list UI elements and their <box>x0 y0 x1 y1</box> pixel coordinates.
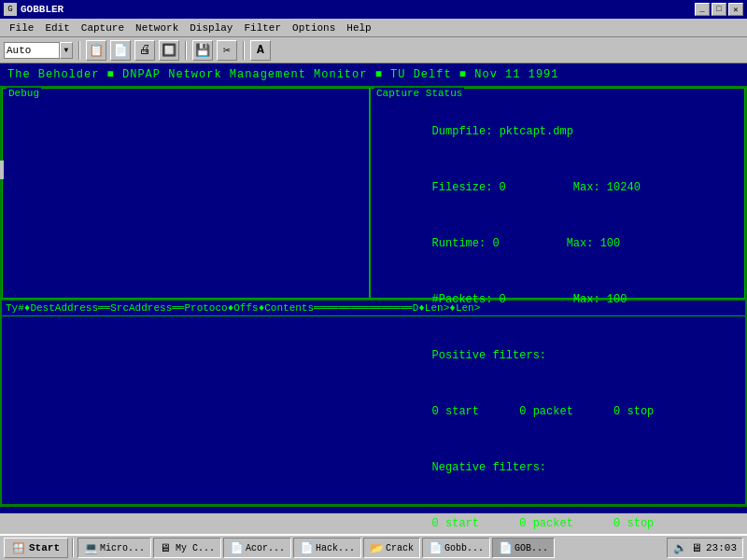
auto-dropdown[interactable]: Auto <box>4 42 60 59</box>
title-buttons: _ □ ✕ <box>695 3 743 16</box>
app-icon: G <box>4 3 17 16</box>
toolbar-separator-2 <box>185 41 187 60</box>
toolbar-btn-1[interactable]: 📋 <box>86 40 106 61</box>
taskbar-gob-label: GOB... <box>514 543 548 553</box>
taskbar-crack-icon: 📂 <box>370 541 383 554</box>
taskbar-item-gob[interactable]: 📄 GOB... <box>492 538 555 558</box>
toolbar: Auto ▼ 📋 📄 🖨 🔲 💾 ✂ A <box>0 37 747 63</box>
title-bar-left: G GOBBLER <box>4 3 63 16</box>
title-bar: G GOBBLER _ □ ✕ <box>0 0 747 19</box>
taskbar-acor-label: Acor... <box>246 543 285 553</box>
debug-title: Debug <box>7 88 41 99</box>
capture-neg-filters-label: Negative filters: <box>378 440 737 496</box>
menu-item-options[interactable]: Options <box>287 21 341 35</box>
capture-runtime-row: Runtime: 0 Max: 100 <box>378 216 737 272</box>
taskbar-item-hack[interactable]: 📄 Hack... <box>293 538 361 558</box>
toolbar-btn-5[interactable]: 💾 <box>192 40 213 61</box>
start-icon: 🪟 <box>12 542 25 554</box>
banner-text: The Beholder ■ DNPAP Network Management … <box>7 68 558 81</box>
start-label: Start <box>29 542 60 553</box>
taskbar-myc-label: My C... <box>176 543 215 553</box>
capture-pos-filters-row: 0 start 0 packet 0 stop <box>378 384 737 440</box>
toolbar-separator-1 <box>78 41 80 60</box>
taskbar-hack-label: Hack... <box>316 543 355 553</box>
taskbar-item-acor[interactable]: 📄 Acor... <box>223 538 291 558</box>
taskbar-item-crack[interactable]: 📂 Crack <box>363 538 420 558</box>
taskbar-micro-icon: 💻 <box>84 541 97 554</box>
taskbar-separator <box>72 539 74 557</box>
taskbar-hack-icon: 📄 <box>300 541 313 554</box>
tray-speaker-icon: 🔊 <box>673 541 687 555</box>
menu-item-help[interactable]: Help <box>341 21 376 35</box>
capture-filesize-row: Filesize: 0 Max: 10240 <box>378 160 737 216</box>
menu-item-file[interactable]: File <box>4 21 39 35</box>
capture-dumpfile-row: Dumpfile: pktcapt.dmp <box>378 104 737 160</box>
menu-item-capture[interactable]: Capture <box>76 21 130 35</box>
capture-panel: Capture Status Dumpfile: pktcapt.dmp Fil… <box>370 88 745 299</box>
taskbar-gob-icon: 📄 <box>499 541 512 554</box>
menu-bar: FileEditCaptureNetworkDisplayFilterOptio… <box>0 19 747 37</box>
menu-item-filter[interactable]: Filter <box>238 21 287 35</box>
status-banner: The Beholder ■ DNPAP Network Management … <box>0 63 747 86</box>
toolbar-btn-6[interactable]: ✂ <box>217 40 237 61</box>
menu-item-display[interactable]: Display <box>184 21 238 35</box>
debug-panel: Debug <box>2 88 370 299</box>
capture-title: Capture Status <box>374 88 464 99</box>
taskbar-myc-icon: 🖥 <box>160 541 173 554</box>
clock: 23:03 <box>706 542 737 553</box>
main-content: Debug Capture Status Dumpfile: pktcapt.d… <box>0 86 747 301</box>
maximize-button[interactable]: □ <box>712 3 726 16</box>
toolbar-btn-2[interactable]: 📄 <box>110 40 131 61</box>
capture-pos-filters-label: Positive filters: <box>378 328 737 384</box>
toolbar-separator-3 <box>243 41 245 60</box>
toolbar-btn-7[interactable]: A <box>250 40 271 61</box>
tray-network-icon: 🖥 <box>691 541 702 555</box>
capture-packets-row: #Packets: 0 Max: 100 <box>378 272 737 328</box>
menu-item-edit[interactable]: Edit <box>39 21 75 35</box>
taskbar-crack-label: Crack <box>386 543 414 553</box>
taskbar-item-micro[interactable]: 💻 Micro... <box>78 538 151 558</box>
close-button[interactable]: ✕ <box>728 3 743 16</box>
start-button[interactable]: 🪟 Start <box>4 538 68 558</box>
auto-dropdown-arrow[interactable]: ▼ <box>60 42 73 59</box>
taskbar-gobb-icon: 📄 <box>429 541 442 554</box>
taskbar-micro-label: Micro... <box>100 543 145 553</box>
minimize-button[interactable]: _ <box>695 3 710 16</box>
taskbar-gobb-label: Gobb... <box>444 543 484 553</box>
menu-item-network[interactable]: Network <box>130 21 184 35</box>
toolbar-btn-4[interactable]: 🔲 <box>159 40 179 61</box>
taskbar-item-myc[interactable]: 🖥 My C... <box>153 538 221 558</box>
left-edge-indicator <box>0 161 4 179</box>
title-text: GOBBLER <box>21 4 63 15</box>
taskbar-item-gobb[interactable]: 📄 Gobb... <box>422 538 490 558</box>
taskbar: 🪟 Start 💻 Micro... 🖥 My C... 📄 Acor... 📄… <box>0 534 747 560</box>
toolbar-btn-3[interactable]: 🖨 <box>134 40 155 61</box>
auto-select: Auto ▼ <box>4 42 73 59</box>
system-tray: 🔊 🖥 23:03 <box>667 538 743 558</box>
taskbar-acor-icon: 📄 <box>230 541 243 554</box>
